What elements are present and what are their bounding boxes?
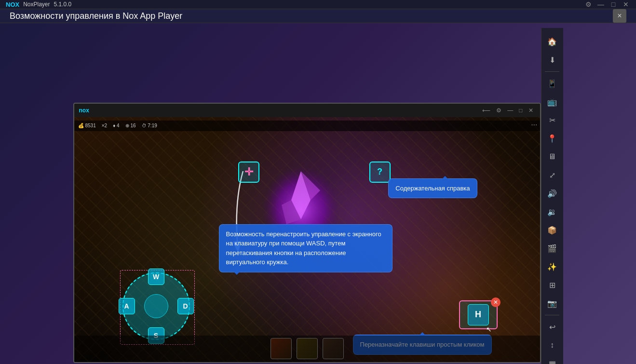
dialog-title: Возможности управления в Nox App Player: [10, 11, 182, 21]
toolbar-resize-btn[interactable]: ⤢: [543, 166, 561, 184]
game-ctrl-settings[interactable]: ⚙: [494, 107, 503, 114]
h-key-button[interactable]: H ✕ ↖: [459, 300, 498, 329]
right-toolbar: 🏠 ⬇ 📱 📺 ✂ 📍 🖥 ⤢ 🔊 🔉 📦 🎬 ✨ ⊞ 📷 ↩ ↕ ▦ ➕ ⌨ …: [541, 28, 563, 364]
game-window-controls: ⟵ ⚙ — □ ✕: [480, 107, 535, 114]
stat-gem: ♦ 4: [113, 123, 119, 128]
toolbar-location-btn[interactable]: 📍: [543, 130, 561, 147]
wasd-widget[interactable]: W A S D: [122, 272, 192, 342]
stat-multiplier: ×2: [102, 123, 107, 128]
game-stats-bar: 💰8531 ×2 ♦ 4 ⊕ 16 ⏱ 7:19: [74, 121, 540, 131]
joystick-center: [144, 294, 168, 318]
stat-coins: 💰8531: [78, 123, 96, 128]
help-button[interactable]: ?: [369, 162, 391, 183]
game-title-bar: nox ⟵ ⚙ — □ ✕: [74, 104, 540, 117]
game-more-button[interactable]: ···: [531, 121, 537, 129]
question-icon: ?: [377, 167, 382, 177]
app-version: 5.1.0.0: [54, 1, 72, 8]
toolbar-apps-btn[interactable]: 📦: [543, 221, 561, 239]
content-area: nox ⟵ ⚙ — □ ✕ 💰8531 ×2 ♦ 4 ⊕ 16: [0, 23, 636, 364]
key-a[interactable]: A: [119, 298, 135, 314]
toolbar-phone-btn[interactable]: 📱: [543, 75, 561, 92]
stat-level: ⊕ 16: [125, 123, 136, 128]
dialog-close-button[interactable]: ×: [613, 9, 626, 23]
toolbar-home-btn[interactable]: 🏠: [543, 33, 561, 50]
key-d[interactable]: D: [177, 298, 194, 314]
plus-icon: ✛: [244, 166, 253, 178]
toolbar-video-btn[interactable]: 🎬: [543, 240, 561, 257]
game-ctrl-maximize[interactable]: □: [517, 107, 524, 114]
toolbar-grid-btn[interactable]: ⊞: [543, 276, 561, 294]
toolbar-sep-1: [545, 71, 559, 72]
app-name-version: NoxPlayer: [23, 1, 50, 8]
cursor-indicator: ↖: [486, 325, 492, 333]
add-control-button[interactable]: ✛: [238, 162, 259, 183]
tooltip-wasd: Возможность перенастроить управление с э…: [219, 224, 392, 272]
window-controls: ⚙ — □ ✕: [584, 0, 630, 9]
tooltip-help: Содержательная справка: [388, 178, 477, 199]
toolbar-effects-btn[interactable]: ✨: [543, 258, 561, 275]
dialog-header: Возможности управления в Nox App Player …: [0, 9, 636, 23]
wasd-joystick[interactable]: W A S D: [122, 272, 190, 340]
game-ctrl-minimize[interactable]: —: [505, 107, 515, 114]
h-key-label[interactable]: H: [468, 304, 489, 325]
toolbar-cut-btn[interactable]: ✂: [543, 111, 561, 129]
app-title-bar: NOX NoxPlayer 5.1.0.0 ⚙ — □ ✕: [0, 0, 636, 9]
window-close-btn[interactable]: ✕: [622, 0, 630, 9]
game-logo: nox: [79, 107, 89, 114]
ability-icon-1[interactable]: [271, 338, 292, 359]
toolbar-undo-btn[interactable]: ↩: [543, 318, 561, 336]
toolbar-camera-btn[interactable]: 📷: [543, 295, 561, 312]
game-ctrl-move[interactable]: ⟵: [480, 107, 492, 114]
toolbar-expand-btn[interactable]: ⬇: [543, 51, 561, 68]
window-settings-btn[interactable]: ⚙: [584, 0, 593, 9]
h-key-container: H ✕ ↖: [459, 300, 498, 329]
toolbar-vol-down-btn[interactable]: 🔉: [543, 203, 561, 220]
toolbar-sep-2: [545, 315, 559, 315]
toolbar-sync-btn[interactable]: ↕: [543, 337, 561, 354]
toolbar-vol-up-btn[interactable]: 🔊: [543, 185, 561, 202]
toolbar-tv-btn[interactable]: 📺: [543, 93, 561, 110]
key-w[interactable]: W: [148, 269, 164, 285]
window-minimize-btn[interactable]: —: [596, 0, 605, 9]
game-ability-bar: [74, 336, 540, 362]
window-maximize-btn[interactable]: □: [609, 0, 618, 9]
ability-icon-3[interactable]: [323, 338, 344, 359]
toolbar-monitor-btn[interactable]: 🖥: [543, 148, 561, 165]
toolbar-bar-btn[interactable]: ▦: [543, 355, 561, 364]
h-key-close[interactable]: ✕: [491, 297, 501, 307]
game-window: nox ⟵ ⚙ — □ ✕ 💰8531 ×2 ♦ 4 ⊕ 16: [73, 103, 541, 363]
ability-icon-2[interactable]: [297, 338, 318, 359]
stat-time: ⏱ 7:19: [142, 123, 157, 128]
app-logo: NOX: [6, 1, 19, 8]
game-ctrl-close[interactable]: ✕: [527, 107, 535, 114]
